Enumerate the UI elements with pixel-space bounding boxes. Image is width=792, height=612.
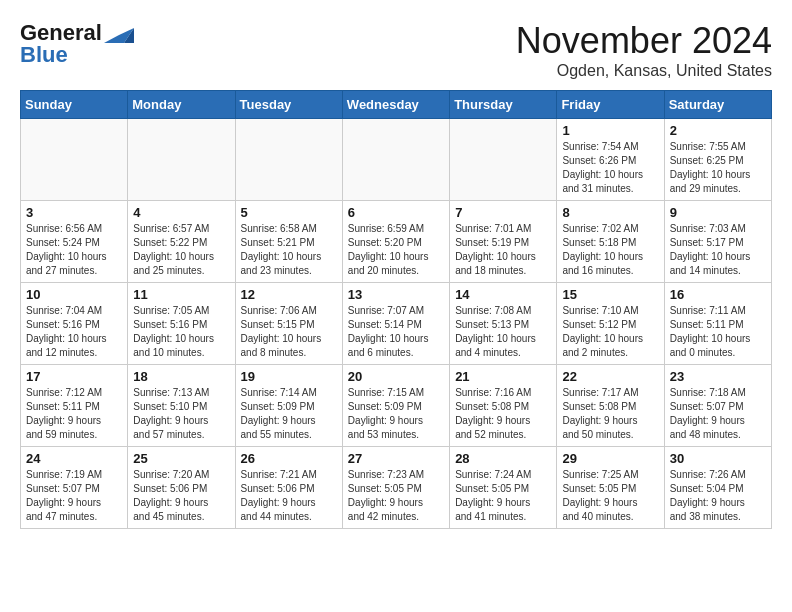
calendar-day-cell: 9Sunrise: 7:03 AMSunset: 5:17 PMDaylight… bbox=[664, 201, 771, 283]
day-number: 7 bbox=[455, 205, 551, 220]
day-number: 12 bbox=[241, 287, 337, 302]
day-info: Sunrise: 7:54 AMSunset: 6:26 PMDaylight:… bbox=[562, 140, 658, 196]
day-number: 24 bbox=[26, 451, 122, 466]
calendar-day-cell: 17Sunrise: 7:12 AMSunset: 5:11 PMDayligh… bbox=[21, 365, 128, 447]
calendar-day-cell bbox=[342, 119, 449, 201]
location: Ogden, Kansas, United States bbox=[516, 62, 772, 80]
day-info: Sunrise: 7:02 AMSunset: 5:18 PMDaylight:… bbox=[562, 222, 658, 278]
day-info: Sunrise: 7:15 AMSunset: 5:09 PMDaylight:… bbox=[348, 386, 444, 442]
weekday-header-thursday: Thursday bbox=[450, 91, 557, 119]
calendar-day-cell: 24Sunrise: 7:19 AMSunset: 5:07 PMDayligh… bbox=[21, 447, 128, 529]
calendar-day-cell: 1Sunrise: 7:54 AMSunset: 6:26 PMDaylight… bbox=[557, 119, 664, 201]
day-info: Sunrise: 7:19 AMSunset: 5:07 PMDaylight:… bbox=[26, 468, 122, 524]
calendar-day-cell: 25Sunrise: 7:20 AMSunset: 5:06 PMDayligh… bbox=[128, 447, 235, 529]
calendar-day-cell: 2Sunrise: 7:55 AMSunset: 6:25 PMDaylight… bbox=[664, 119, 771, 201]
calendar-week-row: 3Sunrise: 6:56 AMSunset: 5:24 PMDaylight… bbox=[21, 201, 772, 283]
day-number: 15 bbox=[562, 287, 658, 302]
day-info: Sunrise: 7:17 AMSunset: 5:08 PMDaylight:… bbox=[562, 386, 658, 442]
weekday-header-friday: Friday bbox=[557, 91, 664, 119]
calendar-day-cell: 12Sunrise: 7:06 AMSunset: 5:15 PMDayligh… bbox=[235, 283, 342, 365]
day-info: Sunrise: 7:25 AMSunset: 5:05 PMDaylight:… bbox=[562, 468, 658, 524]
day-info: Sunrise: 7:03 AMSunset: 5:17 PMDaylight:… bbox=[670, 222, 766, 278]
day-number: 6 bbox=[348, 205, 444, 220]
day-info: Sunrise: 7:11 AMSunset: 5:11 PMDaylight:… bbox=[670, 304, 766, 360]
day-info: Sunrise: 7:23 AMSunset: 5:05 PMDaylight:… bbox=[348, 468, 444, 524]
weekday-header-sunday: Sunday bbox=[21, 91, 128, 119]
calendar-week-row: 17Sunrise: 7:12 AMSunset: 5:11 PMDayligh… bbox=[21, 365, 772, 447]
calendar-day-cell: 18Sunrise: 7:13 AMSunset: 5:10 PMDayligh… bbox=[128, 365, 235, 447]
day-number: 28 bbox=[455, 451, 551, 466]
day-number: 11 bbox=[133, 287, 229, 302]
day-info: Sunrise: 7:55 AMSunset: 6:25 PMDaylight:… bbox=[670, 140, 766, 196]
day-number: 20 bbox=[348, 369, 444, 384]
day-info: Sunrise: 7:10 AMSunset: 5:12 PMDaylight:… bbox=[562, 304, 658, 360]
day-info: Sunrise: 7:13 AMSunset: 5:10 PMDaylight:… bbox=[133, 386, 229, 442]
calendar-day-cell: 15Sunrise: 7:10 AMSunset: 5:12 PMDayligh… bbox=[557, 283, 664, 365]
day-number: 3 bbox=[26, 205, 122, 220]
day-info: Sunrise: 7:04 AMSunset: 5:16 PMDaylight:… bbox=[26, 304, 122, 360]
month-title: November 2024 bbox=[516, 20, 772, 62]
day-info: Sunrise: 7:07 AMSunset: 5:14 PMDaylight:… bbox=[348, 304, 444, 360]
day-info: Sunrise: 7:14 AMSunset: 5:09 PMDaylight:… bbox=[241, 386, 337, 442]
calendar-day-cell: 23Sunrise: 7:18 AMSunset: 5:07 PMDayligh… bbox=[664, 365, 771, 447]
day-number: 26 bbox=[241, 451, 337, 466]
calendar-day-cell: 28Sunrise: 7:24 AMSunset: 5:05 PMDayligh… bbox=[450, 447, 557, 529]
weekday-header-row: SundayMondayTuesdayWednesdayThursdayFrid… bbox=[21, 91, 772, 119]
calendar-day-cell: 7Sunrise: 7:01 AMSunset: 5:19 PMDaylight… bbox=[450, 201, 557, 283]
day-number: 5 bbox=[241, 205, 337, 220]
day-info: Sunrise: 7:08 AMSunset: 5:13 PMDaylight:… bbox=[455, 304, 551, 360]
calendar-week-row: 10Sunrise: 7:04 AMSunset: 5:16 PMDayligh… bbox=[21, 283, 772, 365]
calendar-day-cell: 20Sunrise: 7:15 AMSunset: 5:09 PMDayligh… bbox=[342, 365, 449, 447]
calendar-day-cell: 13Sunrise: 7:07 AMSunset: 5:14 PMDayligh… bbox=[342, 283, 449, 365]
day-info: Sunrise: 7:05 AMSunset: 5:16 PMDaylight:… bbox=[133, 304, 229, 360]
calendar-day-cell: 11Sunrise: 7:05 AMSunset: 5:16 PMDayligh… bbox=[128, 283, 235, 365]
day-info: Sunrise: 7:12 AMSunset: 5:11 PMDaylight:… bbox=[26, 386, 122, 442]
calendar-day-cell: 22Sunrise: 7:17 AMSunset: 5:08 PMDayligh… bbox=[557, 365, 664, 447]
calendar-day-cell: 6Sunrise: 6:59 AMSunset: 5:20 PMDaylight… bbox=[342, 201, 449, 283]
calendar-day-cell: 4Sunrise: 6:57 AMSunset: 5:22 PMDaylight… bbox=[128, 201, 235, 283]
day-number: 17 bbox=[26, 369, 122, 384]
calendar-day-cell: 16Sunrise: 7:11 AMSunset: 5:11 PMDayligh… bbox=[664, 283, 771, 365]
day-info: Sunrise: 7:06 AMSunset: 5:15 PMDaylight:… bbox=[241, 304, 337, 360]
day-number: 10 bbox=[26, 287, 122, 302]
calendar-day-cell: 8Sunrise: 7:02 AMSunset: 5:18 PMDaylight… bbox=[557, 201, 664, 283]
day-info: Sunrise: 7:16 AMSunset: 5:08 PMDaylight:… bbox=[455, 386, 551, 442]
calendar-day-cell: 27Sunrise: 7:23 AMSunset: 5:05 PMDayligh… bbox=[342, 447, 449, 529]
logo: General Blue bbox=[20, 20, 134, 68]
calendar-day-cell: 3Sunrise: 6:56 AMSunset: 5:24 PMDaylight… bbox=[21, 201, 128, 283]
weekday-header-saturday: Saturday bbox=[664, 91, 771, 119]
day-info: Sunrise: 7:18 AMSunset: 5:07 PMDaylight:… bbox=[670, 386, 766, 442]
day-number: 27 bbox=[348, 451, 444, 466]
day-info: Sunrise: 6:59 AMSunset: 5:20 PMDaylight:… bbox=[348, 222, 444, 278]
day-number: 9 bbox=[670, 205, 766, 220]
day-number: 18 bbox=[133, 369, 229, 384]
day-info: Sunrise: 7:01 AMSunset: 5:19 PMDaylight:… bbox=[455, 222, 551, 278]
calendar-day-cell bbox=[450, 119, 557, 201]
day-number: 29 bbox=[562, 451, 658, 466]
weekday-header-tuesday: Tuesday bbox=[235, 91, 342, 119]
day-info: Sunrise: 7:26 AMSunset: 5:04 PMDaylight:… bbox=[670, 468, 766, 524]
day-number: 4 bbox=[133, 205, 229, 220]
day-number: 14 bbox=[455, 287, 551, 302]
day-number: 16 bbox=[670, 287, 766, 302]
day-number: 22 bbox=[562, 369, 658, 384]
page-header: General Blue November 2024 Ogden, Kansas… bbox=[20, 20, 772, 80]
weekday-header-monday: Monday bbox=[128, 91, 235, 119]
day-number: 23 bbox=[670, 369, 766, 384]
day-info: Sunrise: 7:21 AMSunset: 5:06 PMDaylight:… bbox=[241, 468, 337, 524]
day-number: 21 bbox=[455, 369, 551, 384]
calendar-day-cell bbox=[21, 119, 128, 201]
day-number: 2 bbox=[670, 123, 766, 138]
calendar-day-cell bbox=[235, 119, 342, 201]
calendar-day-cell: 21Sunrise: 7:16 AMSunset: 5:08 PMDayligh… bbox=[450, 365, 557, 447]
calendar-day-cell: 5Sunrise: 6:58 AMSunset: 5:21 PMDaylight… bbox=[235, 201, 342, 283]
calendar-day-cell: 30Sunrise: 7:26 AMSunset: 5:04 PMDayligh… bbox=[664, 447, 771, 529]
day-number: 19 bbox=[241, 369, 337, 384]
day-number: 30 bbox=[670, 451, 766, 466]
day-number: 13 bbox=[348, 287, 444, 302]
day-info: Sunrise: 6:56 AMSunset: 5:24 PMDaylight:… bbox=[26, 222, 122, 278]
logo-blue-text: Blue bbox=[20, 42, 68, 68]
calendar-day-cell: 19Sunrise: 7:14 AMSunset: 5:09 PMDayligh… bbox=[235, 365, 342, 447]
calendar-day-cell: 14Sunrise: 7:08 AMSunset: 5:13 PMDayligh… bbox=[450, 283, 557, 365]
weekday-header-wednesday: Wednesday bbox=[342, 91, 449, 119]
